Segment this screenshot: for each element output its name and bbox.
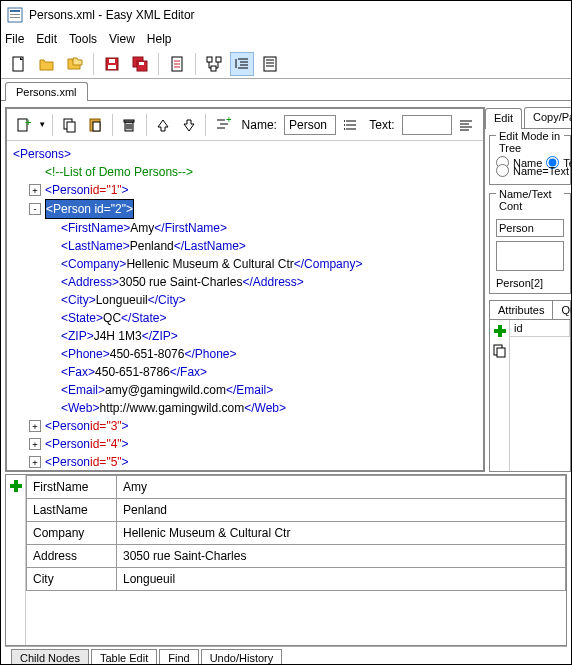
child-value[interactable]: Hellenic Museum & Cultural Ctr bbox=[117, 522, 566, 545]
document-tab[interactable]: Persons.xml bbox=[5, 82, 88, 101]
name-input[interactable] bbox=[284, 115, 336, 135]
tree-node-person-4[interactable]: +<Person id="4"> bbox=[13, 435, 477, 453]
tree-node-person-3[interactable]: +<Person id="3"> bbox=[13, 417, 477, 435]
child-key: Address bbox=[27, 545, 117, 568]
expand-icon[interactable]: + bbox=[29, 420, 41, 432]
window-title: Persons.xml - Easy XML Editor bbox=[29, 8, 195, 22]
align-icon[interactable] bbox=[456, 113, 477, 137]
child-value[interactable]: Penland bbox=[117, 499, 566, 522]
nametext-input[interactable] bbox=[496, 219, 564, 237]
svg-rect-1 bbox=[10, 10, 20, 12]
tree-node-firstname[interactable]: <FirstName>Amy</FirstName> bbox=[13, 219, 477, 237]
tree-node-person-2[interactable]: -<Person id="2"> bbox=[13, 199, 477, 219]
svg-rect-3 bbox=[10, 17, 20, 18]
table-row[interactable]: Address3050 rue Saint-Charles bbox=[27, 545, 566, 568]
svg-rect-16 bbox=[216, 57, 221, 62]
svg-rect-59 bbox=[497, 348, 505, 357]
svg-rect-10 bbox=[139, 62, 144, 65]
expand-icon[interactable]: + bbox=[29, 184, 41, 196]
tab-copypaste[interactable]: Copy/Paste bbox=[524, 107, 571, 128]
child-key: FirstName bbox=[27, 476, 117, 499]
nametext-title: Name/Text Cont bbox=[496, 188, 564, 212]
svg-rect-6 bbox=[109, 59, 115, 63]
tab-quick[interactable]: Quick bbox=[553, 301, 571, 319]
document-icon[interactable] bbox=[165, 52, 189, 76]
open-file-icon[interactable] bbox=[35, 52, 59, 76]
list-view-icon[interactable] bbox=[230, 52, 254, 76]
menu-tools[interactable]: Tools bbox=[69, 32, 97, 46]
tab-attributes[interactable]: Attributes bbox=[490, 301, 553, 319]
tree-node-city[interactable]: <City>Longueuil</City> bbox=[13, 291, 477, 309]
titlebar: Persons.xml - Easy XML Editor bbox=[1, 1, 571, 29]
table-row[interactable]: FirstNameAmy bbox=[27, 476, 566, 499]
tab-edit[interactable]: Edit bbox=[485, 108, 522, 129]
menu-edit[interactable]: Edit bbox=[36, 32, 57, 46]
tree-node-root: <Persons> bbox=[13, 145, 477, 163]
tab-child-nodes[interactable]: Child Nodes bbox=[11, 649, 89, 666]
tree-pane: + ▼ + Name: Text: <Persons> <!--List of … bbox=[5, 107, 485, 472]
svg-rect-61 bbox=[10, 484, 22, 488]
child-value[interactable]: 3050 rue Saint-Charles bbox=[117, 545, 566, 568]
svg-text:+: + bbox=[226, 117, 231, 125]
tree-node-phone[interactable]: <Phone>450-651-8076</Phone> bbox=[13, 345, 477, 363]
new-file-icon[interactable] bbox=[7, 52, 31, 76]
tree-node-address[interactable]: <Address>3050 rue Saint-Charles</Address… bbox=[13, 273, 477, 291]
tab-table-edit[interactable]: Table Edit bbox=[91, 649, 157, 666]
svg-rect-7 bbox=[108, 65, 116, 69]
menubar: File Edit Tools View Help bbox=[1, 29, 571, 49]
table-row[interactable]: CompanyHellenic Museum & Cultural Ctr bbox=[27, 522, 566, 545]
nametext-input2[interactable] bbox=[496, 241, 564, 271]
tree-node-person-5[interactable]: +<Person id="5"> bbox=[13, 453, 477, 470]
child-key: Company bbox=[27, 522, 117, 545]
tree-view-icon[interactable] bbox=[202, 52, 226, 76]
tree-toolbar: + ▼ + Name: Text: bbox=[7, 109, 483, 141]
tree-node-person-1[interactable]: +<Person id="1"> bbox=[13, 181, 477, 199]
menu-file[interactable]: File bbox=[5, 32, 24, 46]
tree-node-email[interactable]: <Email>amy@gamingwild.com</Email> bbox=[13, 381, 477, 399]
menu-view[interactable]: View bbox=[109, 32, 135, 46]
svg-rect-2 bbox=[10, 14, 20, 15]
copy-attr-icon[interactable] bbox=[493, 344, 507, 358]
menu-help[interactable]: Help bbox=[147, 32, 172, 46]
radio-nametext-label: Name=Text bbox=[513, 165, 569, 177]
save-icon[interactable] bbox=[100, 52, 124, 76]
app-icon bbox=[7, 7, 23, 23]
list-icon[interactable] bbox=[340, 113, 361, 137]
dropdown-arrow-icon[interactable]: ▼ bbox=[38, 120, 46, 129]
child-value[interactable]: Longueuil bbox=[117, 568, 566, 591]
tree-node-state[interactable]: <State>QC</State> bbox=[13, 309, 477, 327]
indent-icon[interactable]: + bbox=[212, 113, 233, 137]
svg-rect-57 bbox=[494, 329, 506, 333]
add-child-icon[interactable] bbox=[9, 479, 23, 493]
attr-row[interactable]: id bbox=[510, 320, 570, 337]
tree-node-fax[interactable]: <Fax>450-651-8786</Fax> bbox=[13, 363, 477, 381]
text-input[interactable] bbox=[402, 115, 452, 135]
tab-find[interactable]: Find bbox=[159, 649, 198, 666]
new-node-icon[interactable]: + bbox=[13, 113, 34, 137]
child-key: City bbox=[27, 568, 117, 591]
move-down-icon[interactable] bbox=[178, 113, 199, 137]
tree-node-company[interactable]: <Company>Hellenic Museum & Cultural Ctr<… bbox=[13, 255, 477, 273]
child-value[interactable]: Amy bbox=[117, 476, 566, 499]
radio-nametext[interactable] bbox=[496, 164, 509, 177]
open-folder-icon[interactable] bbox=[63, 52, 87, 76]
tree-node-lastname[interactable]: <LastName>Penland</LastName> bbox=[13, 237, 477, 255]
text-view-icon[interactable] bbox=[258, 52, 282, 76]
move-up-icon[interactable] bbox=[153, 113, 174, 137]
table-row[interactable]: CityLongueuil bbox=[27, 568, 566, 591]
expand-icon[interactable]: + bbox=[29, 456, 41, 468]
save-all-icon[interactable] bbox=[128, 52, 152, 76]
delete-icon[interactable] bbox=[119, 113, 140, 137]
tree-node-web[interactable]: <Web>http://www.gamingwild.com</Web> bbox=[13, 399, 477, 417]
tree-node-zip[interactable]: <ZIP>J4H 1M3</ZIP> bbox=[13, 327, 477, 345]
child-nodes-table: FirstNameAmy LastNamePenland CompanyHell… bbox=[26, 475, 566, 591]
expand-icon[interactable]: + bbox=[29, 438, 41, 450]
copy-icon[interactable] bbox=[59, 113, 80, 137]
tab-undo-history[interactable]: Undo/History bbox=[201, 649, 283, 666]
collapse-icon[interactable]: - bbox=[29, 203, 41, 215]
paste-icon[interactable] bbox=[84, 113, 105, 137]
xml-tree[interactable]: <Persons> <!--List of Demo Persons--> +<… bbox=[7, 141, 483, 470]
table-row[interactable]: LastNamePenland bbox=[27, 499, 566, 522]
svg-rect-15 bbox=[207, 57, 212, 62]
add-attr-icon[interactable] bbox=[493, 324, 507, 338]
